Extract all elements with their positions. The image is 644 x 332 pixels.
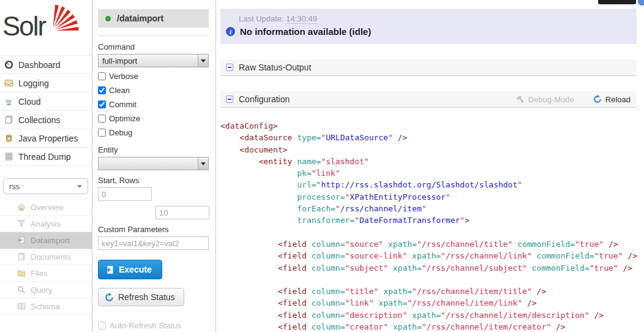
core-menu-label: Query [31,285,52,295]
refresh-status-label: Refresh Status [118,292,175,302]
checkbox-label: Debug [109,128,132,137]
dashboard-icon [4,60,13,70]
auto-refresh-row: Auto-Refresh Status [98,321,209,330]
core-selector-value: rss [9,182,20,191]
hammer-icon [515,96,525,104]
start-input[interactable] [98,187,152,201]
checkbox-label: Commit [109,100,137,109]
debug-mode-label: Debug-Mode [528,95,574,104]
checkbox-label: Optimize [109,114,140,123]
entity-label: Entity [98,145,209,154]
command-select[interactable]: full-import [98,54,209,67]
refresh-icon [105,293,114,302]
core-menu-item-schema[interactable]: Schema [0,298,92,315]
select-arrow-icon [198,157,208,170]
sidebar-item-dashboard[interactable]: Dashboard [0,56,92,74]
dataimport-form-panel: /dataimport Command full-import Verbose … [92,0,216,332]
select-arrow-icon [198,55,208,67]
sidebar-item-collections[interactable]: Collections [0,111,92,129]
core-menu-item-query[interactable]: Query [0,282,92,298]
command-label: Command [98,42,209,51]
core-menu-label: Files [31,269,47,278]
status-message-row: i No information available (idle) [220,26,637,37]
auto-refresh-label: Auto-Refresh Status [110,321,181,330]
main-content: Last Update: 14:30:49 i No information a… [217,0,644,332]
core-menu-label: Schema [31,302,60,311]
raw-status-output-title: Raw Status-Output [239,62,311,72]
java-properties-icon [4,134,13,143]
custom-parameters-label: Custom Parameters [98,225,209,234]
checkbox-label: Verbose [109,72,138,81]
sidebar-item-thread-dump[interactable]: Thread Dump [0,148,92,166]
execute-icon [105,265,114,274]
sidebar-item-label: Cloud [18,97,41,107]
checkbox-row-debug: Debug [98,126,209,140]
core-menu-item-overview[interactable]: Overview [0,199,92,216]
checkbox-row-verbose: Verbose [98,69,209,83]
sidebar-item-cloud[interactable]: Cloud [0,92,92,111]
optimize-checkbox[interactable] [98,115,106,123]
overview-icon [17,202,26,212]
dataimport-icon [17,235,26,245]
checkbox-label: Clean [109,86,130,95]
sidebar: Solr Dashboard Logging [0,0,92,332]
collapse-minus-icon[interactable] [226,96,233,103]
core-menu-label: Analysis [31,219,60,228]
clean-checkbox[interactable] [98,86,106,94]
rows-input[interactable] [155,206,209,219]
collections-icon [4,115,13,125]
auto-refresh-checkbox[interactable] [98,322,106,330]
debug-mode-button[interactable]: Debug-Mode [515,95,574,104]
core-menu: Overview Analysis Dataimport Documents F… [0,199,92,315]
raw-status-output-header[interactable]: Raw Status-Output [220,59,637,76]
refresh-status-button[interactable]: Refresh Status [98,288,184,306]
core-menu-item-files[interactable]: Files [0,265,92,282]
status-dot-icon [105,16,111,21]
thread-dump-icon [4,152,13,162]
schema-icon [17,301,26,311]
cloud-icon [4,97,13,107]
configuration-header[interactable]: Configuration Debug-Mode Reload [220,91,637,108]
sidebar-item-label: Thread Dump [18,152,71,162]
analysis-icon [17,219,26,228]
start-rows-label: Start, Rows [98,176,209,185]
checkbox-row-clean: Clean [98,83,209,97]
core-menu-item-documents[interactable]: Documents [0,249,92,265]
logging-icon [4,78,13,88]
core-menu-label: Documents [31,252,71,262]
command-select-value: full-import [99,56,137,66]
checkbox-row-commit: Commit [98,97,209,111]
divider [98,36,209,36]
sidebar-item-label: Collections [18,115,60,125]
core-selector[interactable]: rss [3,178,88,194]
chevron-down-icon [77,185,82,188]
reload-icon [593,95,602,104]
sidebar-item-logging[interactable]: Logging [0,74,92,92]
solr-logo[interactable]: Solr [0,0,92,55]
handler-title: /dataimport [117,13,163,23]
last-update-time: 14:30:49 [286,14,317,24]
main-menu: Dashboard Logging Cloud Collections Java… [0,55,92,166]
sidebar-item-label: Dashboard [18,60,61,70]
verbose-checkbox[interactable] [98,72,106,80]
core-menu-label: Dataimport [31,236,70,245]
cropped-ui-artifact-bar [598,0,636,4]
sidebar-item-java-properties[interactable]: Java Properties [0,129,92,148]
files-icon [17,268,26,278]
custom-parameters-input[interactable] [98,236,209,250]
entity-select[interactable] [98,157,209,170]
solr-sunburst-icon [49,1,83,33]
collapse-minus-icon[interactable] [226,64,233,71]
execute-button-label: Execute [119,265,152,274]
configuration-title: Configuration [239,94,290,104]
core-menu-label: Overview [31,203,64,212]
commit-checkbox[interactable] [98,100,106,108]
info-icon: i [226,27,235,36]
execute-button[interactable]: Execute [98,260,162,279]
debug-checkbox[interactable] [98,129,106,137]
core-menu-item-analysis[interactable]: Analysis [0,216,92,232]
config-code: <dataConfig> <dataSource type="URLDataSo… [220,120,637,332]
core-menu-item-dataimport[interactable]: Dataimport [0,232,92,249]
reload-button[interactable]: Reload [593,95,631,104]
solr-logo-text: Solr [2,11,45,42]
